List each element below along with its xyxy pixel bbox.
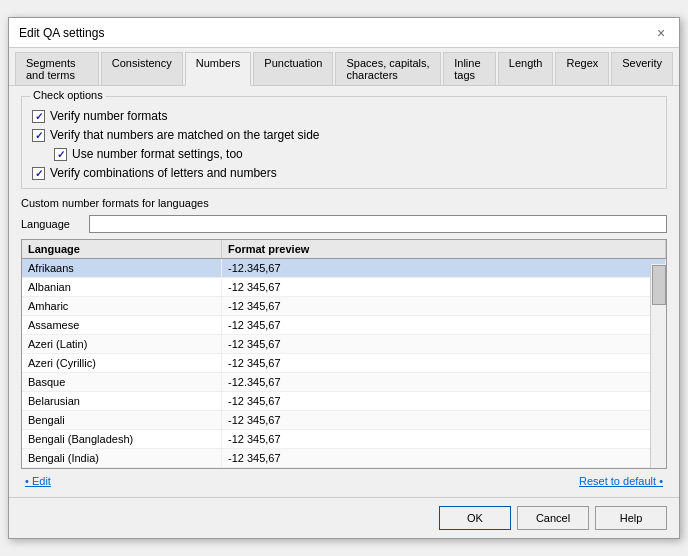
checkbox-verify-number-formats[interactable] (32, 110, 45, 123)
check-row-verify-combinations: Verify combinations of letters and numbe… (32, 166, 656, 180)
table-row[interactable]: Assamese -12 345,67 (22, 316, 666, 335)
label-verify-number-formats: Verify number formats (50, 109, 167, 123)
table-cell-language: Bengali (22, 411, 222, 429)
close-button[interactable]: × (653, 25, 669, 41)
edit-qa-settings-dialog: Edit QA settings × Segments and terms Co… (8, 17, 680, 539)
table-cell-language: Bengali (India) (22, 449, 222, 467)
table-cell-language: Belarusian (22, 392, 222, 410)
scrollbar-thumb[interactable] (652, 265, 666, 305)
table-row[interactable]: Azeri (Latin) -12 345,67 (22, 335, 666, 354)
table-header: Language Format preview (22, 240, 666, 259)
tab-bar: Segments and terms Consistency Numbers P… (9, 48, 679, 86)
table-cell-format: -12 345,67 (222, 354, 666, 372)
table-cell-language: Azeri (Cyrillic) (22, 354, 222, 372)
table-row[interactable]: Belarusian -12 345,67 (22, 392, 666, 411)
cancel-button[interactable]: Cancel (517, 506, 589, 530)
table-cell-format: -12.345,67 (222, 373, 666, 391)
table-body[interactable]: Afrikaans -12.345,67 Albanian -12 345,67… (22, 259, 666, 468)
custom-formats-section: Custom number formats for languages Lang… (21, 197, 667, 487)
table-cell-format: -12 345,67 (222, 335, 666, 353)
language-input-row: Language (21, 215, 667, 233)
table-cell-format: -12 345,67 (222, 297, 666, 315)
table-cell-language: Amharic (22, 297, 222, 315)
check-options-list: Verify number formats Verify that number… (32, 105, 656, 180)
label-verify-numbers-matched: Verify that numbers are matched on the t… (50, 128, 319, 142)
check-options-group: Check options Verify number formats Veri… (21, 96, 667, 189)
table-cell-format: -12 345,67 (222, 278, 666, 296)
table-header-format: Format preview (222, 240, 666, 258)
language-label: Language (21, 218, 81, 230)
label-use-number-format: Use number format settings, too (72, 147, 243, 161)
table-cell-format: -12 345,67 (222, 430, 666, 448)
tab-segments-and-terms[interactable]: Segments and terms (15, 52, 99, 85)
table-row[interactable]: Bengali -12 345,67 (22, 411, 666, 430)
main-content: Check options Verify number formats Veri… (9, 86, 679, 497)
table-header-language: Language (22, 240, 222, 258)
table-cell-format: -12 345,67 (222, 392, 666, 410)
table-row[interactable]: Azeri (Cyrillic) -12 345,67 (22, 354, 666, 373)
table-cell-language: Afrikaans (22, 259, 222, 277)
table-row[interactable]: Bengali (India) -12 345,67 (22, 449, 666, 468)
checkbox-use-number-format[interactable] (54, 148, 67, 161)
table-cell-language: Azeri (Latin) (22, 335, 222, 353)
tab-severity[interactable]: Severity (611, 52, 673, 85)
check-row-use-number-format: Use number format settings, too (54, 147, 656, 161)
language-input[interactable] (89, 215, 667, 233)
table-row[interactable]: Basque -12.345,67 (22, 373, 666, 392)
check-row-verify-number-formats: Verify number formats (32, 109, 656, 123)
table-row[interactable]: Bengali (Bangladesh) -12 345,67 (22, 430, 666, 449)
reset-to-default-link[interactable]: Reset to default (579, 475, 663, 487)
table-cell-format: -12 345,67 (222, 449, 666, 467)
tab-punctuation[interactable]: Punctuation (253, 52, 333, 85)
tab-length[interactable]: Length (498, 52, 554, 85)
tab-spaces-capitals-characters[interactable]: Spaces, capitals, characters (335, 52, 441, 85)
dialog-title: Edit QA settings (19, 26, 104, 40)
tab-consistency[interactable]: Consistency (101, 52, 183, 85)
table-cell-language: Assamese (22, 316, 222, 334)
table-row[interactable]: Amharic -12 345,67 (22, 297, 666, 316)
table-cell-format: -12 345,67 (222, 316, 666, 334)
table-action-row: Edit Reset to default (21, 475, 667, 487)
checkbox-verify-numbers-matched[interactable] (32, 129, 45, 142)
custom-formats-title: Custom number formats for languages (21, 197, 667, 209)
table-scrollbar[interactable] (650, 264, 666, 468)
check-row-verify-numbers-matched: Verify that numbers are matched on the t… (32, 128, 656, 142)
check-options-title: Check options (30, 89, 106, 101)
help-button[interactable]: Help (595, 506, 667, 530)
table-cell-language: Basque (22, 373, 222, 391)
tab-inline-tags[interactable]: Inline tags (443, 52, 496, 85)
language-table-container: Language Format preview Afrikaans -12.34… (21, 239, 667, 469)
table-cell-format: -12 345,67 (222, 411, 666, 429)
table-row[interactable]: Albanian -12 345,67 (22, 278, 666, 297)
tab-regex[interactable]: Regex (555, 52, 609, 85)
dialog-buttons: OK Cancel Help (9, 497, 679, 538)
table-row[interactable]: Afrikaans -12.345,67 (22, 259, 666, 278)
table-cell-language: Albanian (22, 278, 222, 296)
table-cell-language: Bengali (Bangladesh) (22, 430, 222, 448)
label-verify-combinations: Verify combinations of letters and numbe… (50, 166, 277, 180)
tab-numbers[interactable]: Numbers (185, 52, 252, 86)
checkbox-verify-combinations[interactable] (32, 167, 45, 180)
edit-link[interactable]: Edit (25, 475, 51, 487)
table-cell-format: -12.345,67 (222, 259, 666, 277)
title-bar: Edit QA settings × (9, 18, 679, 48)
ok-button[interactable]: OK (439, 506, 511, 530)
